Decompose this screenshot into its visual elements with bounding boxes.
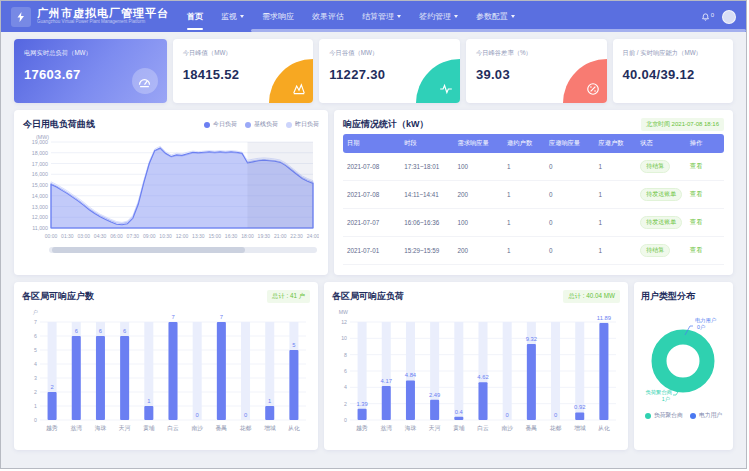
column-header: 应邀响应量 bbox=[545, 134, 595, 153]
app-logo-icon bbox=[11, 7, 31, 27]
svg-text:12: 12 bbox=[341, 319, 347, 325]
svg-text:2: 2 bbox=[34, 389, 37, 395]
svg-text:0: 0 bbox=[554, 412, 557, 418]
svg-text:18:00: 18:00 bbox=[241, 233, 254, 239]
svg-text:2: 2 bbox=[344, 401, 347, 407]
kpi-row: 电网实时总负荷（MW） 17603.67 今日峰值（MW） 18415.52 今… bbox=[14, 39, 733, 103]
svg-text:04:30: 04:30 bbox=[94, 233, 107, 239]
view-link[interactable]: 查看 bbox=[690, 162, 703, 169]
svg-text:番禺: 番禺 bbox=[216, 424, 228, 432]
svg-text:天河: 天河 bbox=[119, 424, 131, 432]
svg-text:0: 0 bbox=[244, 412, 247, 418]
legend-dot-icon bbox=[645, 413, 651, 419]
svg-text:0: 0 bbox=[506, 412, 509, 418]
nav-item-3[interactable]: 效果评估 bbox=[312, 1, 344, 32]
svg-text:21:00: 21:00 bbox=[274, 233, 287, 239]
user-type-title: 用户类型分布 bbox=[641, 290, 726, 303]
kpi-card-peak-valley-ratio: 今日峰谷差率（%） 39.03 bbox=[466, 39, 607, 103]
svg-text:天河: 天河 bbox=[429, 424, 441, 432]
notification-bell-icon[interactable]: 0 bbox=[701, 12, 714, 21]
district-load-card: 各区局可响应负荷 总计 : 40.04 MW 024681012MW1.39越秀… bbox=[324, 282, 628, 450]
svg-text:12,000: 12,000 bbox=[32, 214, 48, 220]
main-nav: 首页监视需求响应效果评估结算管理签约管理参数配置 bbox=[187, 1, 701, 32]
nav-item-5[interactable]: 签约管理 bbox=[419, 1, 458, 32]
svg-text:荔湾: 荔湾 bbox=[70, 425, 82, 432]
load-total-badge: 总计 : 40.04 MW bbox=[563, 290, 620, 303]
svg-text:(MW): (MW) bbox=[36, 134, 49, 140]
data-zoom-handle[interactable] bbox=[52, 247, 245, 253]
nav-item-4[interactable]: 结算管理 bbox=[362, 1, 401, 32]
nav-item-2[interactable]: 需求响应 bbox=[262, 1, 294, 32]
data-zoom-slider[interactable] bbox=[49, 247, 317, 253]
svg-text:6: 6 bbox=[34, 333, 37, 339]
gauge-icon bbox=[132, 68, 158, 94]
svg-text:8: 8 bbox=[344, 352, 347, 358]
svg-text:2.49: 2.49 bbox=[429, 392, 440, 398]
avatar[interactable] bbox=[722, 10, 736, 24]
legend-item[interactable]: 今日负荷 bbox=[204, 120, 237, 129]
response-stats-card: 响应情况统计（kW） 北京时间 2021-07-08 18:16 日期时段需求响… bbox=[334, 110, 733, 275]
app-title-block: 广州市虚拟电厂管理平台 Guangzhou Virtual Power Plan… bbox=[37, 8, 169, 24]
nav-item-0[interactable]: 首页 bbox=[187, 1, 203, 32]
svg-text:增城: 增城 bbox=[264, 425, 276, 432]
svg-text:19:30: 19:30 bbox=[258, 233, 271, 239]
nav-strip bbox=[251, 29, 746, 32]
kpi-label: 日前 / 实时响应能力（MW） bbox=[623, 49, 724, 58]
svg-text:7: 7 bbox=[220, 314, 223, 320]
legend-dot-icon bbox=[204, 122, 210, 128]
app-subtitle: Guangzhou Virtual Power Plant Management… bbox=[37, 20, 169, 25]
svg-text:06:00: 06:00 bbox=[110, 233, 123, 239]
svg-text:黄埔: 黄埔 bbox=[453, 425, 465, 432]
view-link[interactable]: 查看 bbox=[690, 218, 703, 225]
legend-item[interactable]: 昨日负荷 bbox=[286, 120, 319, 129]
nav-item-1[interactable]: 监视 bbox=[221, 1, 244, 32]
svg-text:16,000: 16,000 bbox=[32, 171, 48, 177]
svg-text:7: 7 bbox=[34, 319, 37, 325]
kpi-label: 今日峰谷差率（%） bbox=[476, 49, 597, 58]
kpi-label: 今日峰值（MW） bbox=[183, 49, 304, 58]
svg-text:从化: 从化 bbox=[598, 425, 610, 432]
svg-text:白云: 白云 bbox=[477, 425, 489, 432]
view-link[interactable]: 查看 bbox=[690, 190, 703, 197]
kpi-label: 电网实时总负荷（MW） bbox=[24, 49, 157, 58]
svg-text:从化: 从化 bbox=[288, 425, 300, 432]
svg-text:6: 6 bbox=[344, 368, 347, 374]
kpi-card-today-valley: 今日谷值（MW） 11227.30 bbox=[319, 39, 460, 103]
svg-text:海珠: 海珠 bbox=[95, 425, 107, 432]
svg-text:越秀: 越秀 bbox=[46, 424, 58, 432]
table-row: 2021-07-0814:11~14:41200101待发送账单查看 bbox=[343, 181, 724, 209]
legend-dot-icon bbox=[286, 122, 292, 128]
svg-text:12:00: 12:00 bbox=[176, 233, 189, 239]
table-row: 2021-07-0716:06~16:36100101待发送账单查看 bbox=[343, 209, 724, 237]
response-table-header: 日期时段需求响应量邀约户数应邀响应量应邀户数状态操作 bbox=[343, 134, 724, 153]
svg-text:5: 5 bbox=[292, 342, 295, 348]
svg-text:1: 1 bbox=[34, 403, 37, 409]
chevron-down-icon bbox=[511, 15, 515, 18]
column-header: 邀约户数 bbox=[503, 134, 545, 153]
svg-text:03:00: 03:00 bbox=[77, 233, 90, 239]
svg-text:11,000: 11,000 bbox=[32, 225, 48, 231]
legend-item[interactable]: 基线负荷 bbox=[245, 120, 278, 129]
column-header: 状态 bbox=[636, 134, 686, 153]
view-link[interactable]: 查看 bbox=[690, 246, 703, 253]
status-badge: 待发送账单 bbox=[640, 188, 682, 201]
svg-text:4.84: 4.84 bbox=[405, 372, 417, 378]
svg-text:南沙: 南沙 bbox=[191, 425, 203, 432]
svg-text:15:00: 15:00 bbox=[208, 233, 221, 239]
legend-item[interactable]: 负荷聚合商 bbox=[645, 411, 683, 420]
nav-item-6[interactable]: 参数配置 bbox=[476, 1, 515, 32]
legend-item[interactable]: 电力用户 bbox=[690, 411, 722, 420]
column-header: 日期 bbox=[343, 134, 400, 153]
svg-text:6: 6 bbox=[75, 328, 78, 334]
district-load-title: 各区局可响应负荷 bbox=[332, 290, 404, 303]
kpi-card-response-capacity: 日前 / 实时响应能力（MW） 40.04/39.12 bbox=[613, 39, 734, 103]
bottom-row: 各区局可响应户数 总计 : 41 户 01234567户2越秀6荔湾6海珠6天河… bbox=[14, 282, 733, 450]
peak-icon bbox=[269, 59, 313, 103]
pulse-icon bbox=[416, 59, 460, 103]
svg-text:09:00: 09:00 bbox=[143, 233, 156, 239]
svg-text:10: 10 bbox=[341, 335, 347, 341]
svg-text:2: 2 bbox=[50, 384, 53, 390]
svg-text:4: 4 bbox=[344, 384, 347, 390]
district-households-card: 各区局可响应户数 总计 : 41 户 01234567户2越秀6荔湾6海珠6天河… bbox=[14, 282, 318, 450]
svg-text:00:00: 00:00 bbox=[45, 233, 58, 239]
